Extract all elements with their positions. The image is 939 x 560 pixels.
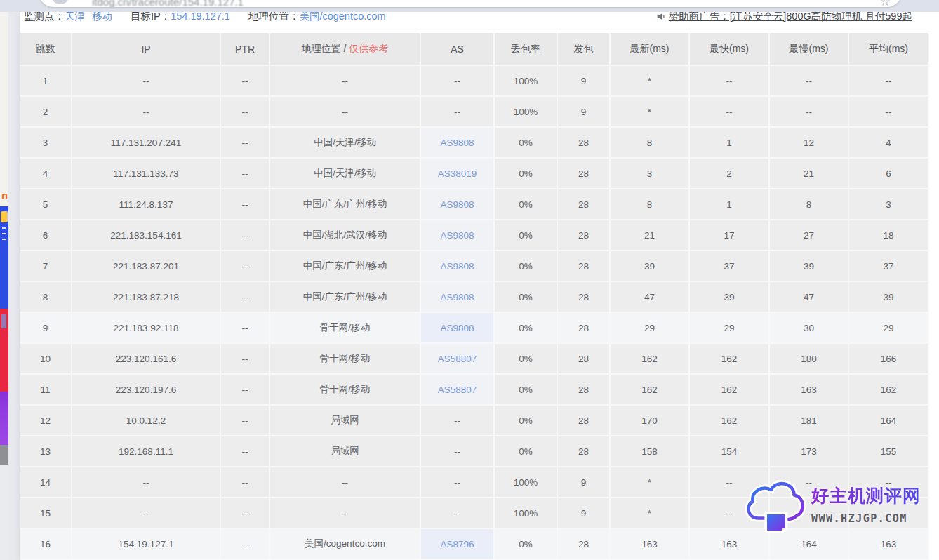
cell-as[interactable]: AS9808 bbox=[421, 189, 495, 220]
cell-loss: 0% bbox=[495, 220, 558, 251]
cell-fastest: 162 bbox=[690, 406, 770, 436]
header-ip: IP bbox=[72, 33, 221, 66]
cell-as[interactable]: AS58807 bbox=[421, 375, 495, 406]
cell-fastest: 39 bbox=[690, 282, 770, 313]
cell-geo: 中国/湖北/武汉/移动 bbox=[270, 220, 421, 251]
cell-ip: 221.183.92.118 bbox=[72, 313, 221, 344]
cell-loss: 0% bbox=[495, 282, 558, 313]
cell-slowest: 27 bbox=[770, 220, 849, 251]
cell-sent: 28 bbox=[558, 159, 611, 189]
cell-avg: 39 bbox=[849, 282, 929, 313]
cell-ip: 154.19.127.1 bbox=[72, 529, 221, 560]
header-row: 跳数 IP PTR 地理位置 / 仅供参考 AS 丢包率 发包 最新(ms) 最… bbox=[20, 33, 929, 66]
cell-avg: 6 bbox=[849, 159, 929, 189]
background-page-strip: n bbox=[0, 0, 8, 560]
cell-as[interactable]: AS38019 bbox=[421, 159, 495, 189]
header-avg: 平均(ms) bbox=[849, 33, 929, 66]
cell-geo: 中国/广东/广州/移动 bbox=[270, 251, 421, 282]
trace-table: 跳数 IP PTR 地理位置 / 仅供参考 AS 丢包率 发包 最新(ms) 最… bbox=[20, 33, 929, 560]
table-row: 11 223.120.197.6 -- 骨干网/移动 AS58807 0% 28… bbox=[20, 375, 929, 406]
cell-hop: 13 bbox=[20, 436, 72, 467]
cell-avg: 166 bbox=[849, 344, 929, 375]
table-row: 12 10.0.12.2 -- 局域网 -- 0% 28 170 162 181… bbox=[20, 406, 929, 436]
cell-ip: 223.120.161.6 bbox=[72, 344, 221, 375]
cell-ptr: -- bbox=[221, 529, 270, 560]
cell-ptr: -- bbox=[221, 313, 270, 344]
table-row: 15 -- -- -- -- 100% 9 * -- -- -- bbox=[20, 498, 929, 529]
cell-latest: * bbox=[611, 498, 690, 529]
geo-value-link[interactable]: 美国/cogentco.com bbox=[299, 12, 385, 23]
cell-fastest: 154 bbox=[690, 436, 770, 467]
cell-as[interactable]: -- bbox=[421, 97, 495, 128]
cell-hop: 9 bbox=[20, 313, 72, 344]
monitor-node-link[interactable]: 天津 bbox=[65, 12, 85, 23]
cell-ip: 192.168.11.1 bbox=[72, 436, 221, 467]
table-row: 14 -- -- -- -- 100% 9 * -- -- -- bbox=[20, 467, 929, 498]
cell-latest: 39 bbox=[611, 251, 690, 282]
cell-as[interactable]: AS9808 bbox=[421, 251, 495, 282]
cell-slowest: 173 bbox=[770, 436, 849, 467]
bookmark-star-icon[interactable]: ☆ bbox=[880, 0, 891, 7]
cell-fastest: 163 bbox=[690, 529, 770, 560]
cell-as[interactable]: -- bbox=[421, 406, 495, 436]
cell-geo: 骨干网/移动 bbox=[270, 313, 421, 344]
monitor-isp-link[interactable]: 移动 bbox=[92, 12, 112, 23]
megaphone-icon bbox=[656, 12, 665, 21]
cell-fastest: -- bbox=[690, 66, 770, 97]
table-row: 10 223.120.161.6 -- 骨干网/移动 AS58807 0% 28… bbox=[20, 344, 929, 375]
cell-latest: 170 bbox=[611, 406, 690, 436]
cell-hop: 11 bbox=[20, 375, 72, 406]
cell-latest: * bbox=[611, 467, 690, 498]
cell-as[interactable]: AS9808 bbox=[421, 128, 495, 159]
cell-loss: 0% bbox=[495, 189, 558, 220]
cell-as[interactable]: -- bbox=[421, 498, 495, 529]
cell-sent: 28 bbox=[558, 128, 611, 159]
cell-slowest: -- bbox=[770, 498, 849, 529]
cell-as[interactable]: -- bbox=[421, 66, 495, 97]
cell-avg: 3 bbox=[849, 189, 929, 220]
cell-ptr: -- bbox=[221, 436, 270, 467]
sponsor-ad-link[interactable]: 赞助商广告：[江苏安全云]800G高防物理机 月付599起 bbox=[669, 12, 912, 23]
cell-avg: 4 bbox=[849, 128, 929, 159]
cell-hop: 8 bbox=[20, 282, 72, 313]
address-bar[interactable]: itdog.cn/traceroute/154.19.127.1 ☆ bbox=[39, 0, 902, 7]
cell-as[interactable]: AS9808 bbox=[421, 220, 495, 251]
cell-latest: 21 bbox=[611, 220, 690, 251]
target-ip-value[interactable]: 154.19.127.1 bbox=[171, 12, 230, 22]
cell-slowest: 39 bbox=[770, 251, 849, 282]
cell-loss: 100% bbox=[495, 467, 558, 498]
cell-as[interactable]: AS9808 bbox=[421, 313, 495, 344]
cell-as[interactable]: AS58807 bbox=[421, 344, 495, 375]
cell-fastest: 162 bbox=[690, 375, 770, 406]
cell-as[interactable]: -- bbox=[421, 436, 495, 467]
cell-loss: 0% bbox=[495, 344, 558, 375]
cell-sent: 9 bbox=[558, 467, 611, 498]
monitor-label: 监测点： bbox=[24, 12, 65, 23]
cell-loss: 0% bbox=[495, 313, 558, 344]
cell-sent: 28 bbox=[558, 189, 611, 220]
cell-geo: -- bbox=[270, 66, 421, 97]
cell-geo: -- bbox=[270, 97, 421, 128]
cell-ip: -- bbox=[72, 97, 221, 128]
background-ad-gray bbox=[0, 445, 8, 465]
cell-as[interactable]: -- bbox=[421, 467, 495, 498]
header-ptr: PTR bbox=[221, 33, 270, 66]
cell-sent: 28 bbox=[558, 282, 611, 313]
cell-sent: 9 bbox=[558, 97, 611, 128]
cell-fastest: 17 bbox=[690, 220, 770, 251]
cell-ip: 117.131.207.241 bbox=[72, 128, 221, 159]
cell-geo: 局域网 bbox=[270, 436, 421, 467]
cell-fastest: -- bbox=[690, 467, 770, 498]
cell-fastest: 2 bbox=[690, 159, 770, 189]
address-url[interactable]: itdog.cn/traceroute/154.19.127.1 bbox=[92, 0, 244, 7]
cell-slowest: 163 bbox=[770, 375, 849, 406]
cell-sent: 9 bbox=[558, 498, 611, 529]
sponsor-ad[interactable]: 赞助商广告：[江苏安全云]800G高防物理机 月付599起 bbox=[656, 12, 912, 23]
cell-as[interactable]: AS8796 bbox=[421, 529, 495, 560]
cell-as[interactable]: AS9808 bbox=[421, 282, 495, 313]
table-row: 8 221.183.87.218 -- 中国/广东/广州/移动 AS9808 0… bbox=[20, 282, 929, 313]
cell-sent: 28 bbox=[558, 375, 611, 406]
table-row: 13 192.168.11.1 -- 局域网 -- 0% 28 158 154 … bbox=[20, 436, 929, 467]
site-favicon bbox=[51, 0, 69, 4]
cell-ip: 223.120.197.6 bbox=[72, 375, 221, 406]
